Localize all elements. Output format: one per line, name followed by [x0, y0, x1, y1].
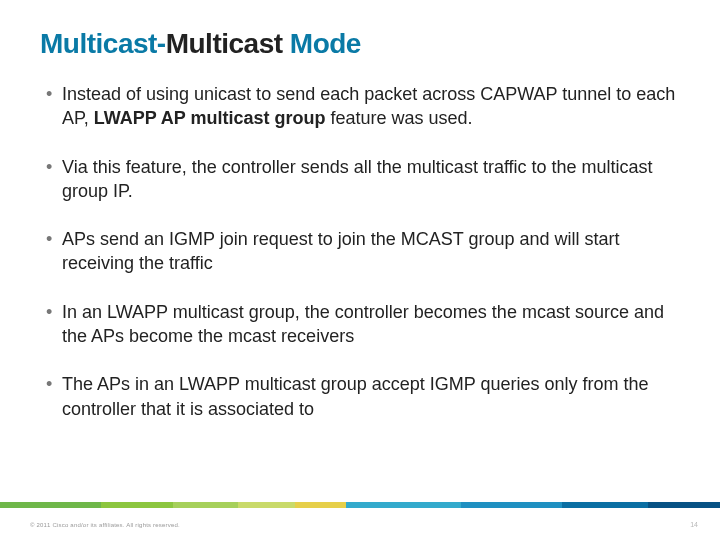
- bar-segment: [346, 502, 461, 508]
- slide: Multicast-Multicast Mode Instead of usin…: [0, 0, 720, 540]
- bar-segment: [101, 502, 173, 508]
- bullet-list: Instead of using unicast to send each pa…: [40, 82, 680, 421]
- bullet-item: In an LWAPP multicast group, the control…: [40, 300, 680, 349]
- bullet-text: The APs in an LWAPP multicast group acce…: [62, 374, 649, 418]
- bullet-item: APs send an IGMP join request to join th…: [40, 227, 680, 276]
- bullet-text: feature was used.: [325, 108, 472, 128]
- bullet-item: Instead of using unicast to send each pa…: [40, 82, 680, 131]
- bar-segment: [238, 502, 296, 508]
- bar-segment: [0, 502, 101, 508]
- page-number: 14: [690, 521, 698, 528]
- bullet-text: APs send an IGMP join request to join th…: [62, 229, 620, 273]
- bar-segment: [295, 502, 345, 508]
- bullet-item: The APs in an LWAPP multicast group acce…: [40, 372, 680, 421]
- bullet-item: Via this feature, the controller sends a…: [40, 155, 680, 204]
- accent-bar: [0, 502, 720, 508]
- bullet-text: Via this feature, the controller sends a…: [62, 157, 653, 201]
- title-part1: Multicast-: [40, 28, 166, 59]
- bar-segment: [648, 502, 720, 508]
- bar-segment: [173, 502, 238, 508]
- bullet-text: In an LWAPP multicast group, the control…: [62, 302, 664, 346]
- slide-title: Multicast-Multicast Mode: [40, 28, 680, 60]
- copyright-text: © 2011 Cisco and/or its affiliates. All …: [30, 522, 180, 528]
- bar-segment: [461, 502, 562, 508]
- title-accent: Multicast: [166, 28, 283, 59]
- bullet-bold: LWAPP AP multicast group: [94, 108, 326, 128]
- title-part2: Mode: [283, 28, 361, 59]
- bar-segment: [562, 502, 648, 508]
